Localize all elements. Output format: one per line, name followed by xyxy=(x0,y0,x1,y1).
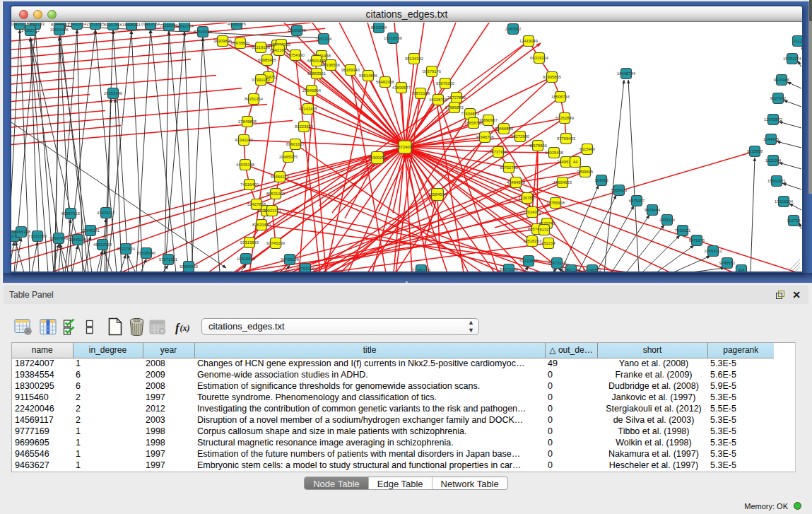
svg-text:1621064: 1621064 xyxy=(765,158,782,163)
svg-text:71012269: 71012269 xyxy=(28,234,47,238)
svg-text:10801326: 10801326 xyxy=(562,268,580,271)
svg-text:17016504: 17016504 xyxy=(775,199,794,204)
svg-text:18506716: 18506716 xyxy=(551,95,570,99)
svg-text:1112: 1112 xyxy=(794,39,802,43)
svg-text:56272980: 56272980 xyxy=(511,134,529,139)
svg-text:79402654: 79402654 xyxy=(68,23,87,26)
svg-text:10025438: 10025438 xyxy=(545,151,563,155)
svg-text:50983930: 50983930 xyxy=(180,264,198,269)
svg-text:23511615: 23511615 xyxy=(86,23,104,26)
svg-text:12419049: 12419049 xyxy=(519,39,538,43)
svg-text:81219136: 81219136 xyxy=(252,45,270,49)
svg-text:83503056: 83503056 xyxy=(194,30,212,34)
svg-text:8471676: 8471676 xyxy=(689,238,705,243)
svg-text:93676320: 93676320 xyxy=(436,81,454,86)
svg-text:9329966: 9329966 xyxy=(774,78,790,82)
svg-text:59407816: 59407816 xyxy=(104,23,122,27)
svg-text:57262849: 57262849 xyxy=(555,116,574,120)
svg-text:62473178: 62473178 xyxy=(548,261,566,265)
svg-text:87769453: 87769453 xyxy=(557,136,575,141)
svg-text:77014363: 77014363 xyxy=(523,210,541,214)
svg-text:9227342: 9227342 xyxy=(770,96,787,100)
svg-text:57986872: 57986872 xyxy=(445,105,464,110)
svg-text:15751074: 15751074 xyxy=(783,57,802,61)
svg-text:29946804: 29946804 xyxy=(302,88,322,93)
svg-text:0899695: 0899695 xyxy=(577,170,594,174)
svg-text:34309805: 34309805 xyxy=(213,39,232,43)
svg-text:05466889: 05466889 xyxy=(495,127,513,131)
svg-text:5958923: 5958923 xyxy=(611,188,628,192)
svg-text:1244415: 1244415 xyxy=(763,137,779,141)
svg-text:27849808: 27849808 xyxy=(238,119,257,124)
svg-text:74016400: 74016400 xyxy=(240,182,259,187)
svg-text:69985435: 69985435 xyxy=(258,58,276,62)
svg-text:16328708: 16328708 xyxy=(429,98,447,102)
svg-text:40196556: 40196556 xyxy=(322,63,340,67)
svg-text:15692971: 15692971 xyxy=(767,179,786,183)
svg-text:56464170: 56464170 xyxy=(271,175,289,179)
svg-text:16648784: 16648784 xyxy=(617,71,636,76)
svg-text:98169340: 98169340 xyxy=(341,68,360,72)
svg-text:77360260: 77360260 xyxy=(412,268,430,271)
svg-text:31727889: 31727889 xyxy=(447,95,466,100)
svg-text:10310518: 10310518 xyxy=(237,257,255,261)
svg-text:164095: 164095 xyxy=(594,178,608,182)
svg-text:8813054: 8813054 xyxy=(371,25,387,30)
svg-text:69901627: 69901627 xyxy=(286,142,305,146)
svg-text:14055712: 14055712 xyxy=(21,28,40,33)
svg-text:63421607: 63421607 xyxy=(270,48,288,52)
svg-text:43039117: 43039117 xyxy=(97,211,114,215)
svg-text:64746872: 64746872 xyxy=(583,268,601,271)
svg-text:44: 44 xyxy=(573,160,578,164)
svg-text:37346706: 37346706 xyxy=(476,135,494,139)
svg-text:30923271: 30923271 xyxy=(263,209,281,213)
svg-text:92832764: 92832764 xyxy=(175,24,194,28)
svg-text:2087682: 2087682 xyxy=(505,27,522,31)
svg-text:19218506: 19218506 xyxy=(384,36,402,40)
svg-text:36690967: 36690967 xyxy=(479,118,498,122)
svg-text:34738299: 34738299 xyxy=(281,257,299,262)
svg-text:7632621: 7632621 xyxy=(675,228,691,233)
svg-text:43699577: 43699577 xyxy=(392,86,411,90)
svg-text:9115460: 9115460 xyxy=(579,147,595,151)
svg-text:03413164: 03413164 xyxy=(141,23,160,26)
svg-text:14737996: 14737996 xyxy=(489,150,507,154)
svg-text:12093872: 12093872 xyxy=(764,117,782,122)
svg-text:47143455: 47143455 xyxy=(299,107,317,111)
svg-text:41241182: 41241182 xyxy=(235,138,252,142)
svg-text:2935114: 2935114 xyxy=(659,218,676,222)
svg-text:33754330: 33754330 xyxy=(286,53,305,57)
svg-text:57871331: 57871331 xyxy=(159,257,177,262)
svg-text:56670106: 56670106 xyxy=(500,267,518,271)
svg-text:73872148: 73872148 xyxy=(411,91,430,95)
svg-text:5132: 5132 xyxy=(540,228,549,232)
svg-text:96965328: 96965328 xyxy=(12,230,30,234)
svg-text:82620450: 82620450 xyxy=(252,223,271,227)
svg-text:56482366: 56482366 xyxy=(376,80,394,84)
svg-text:9474444: 9474444 xyxy=(645,208,661,212)
svg-text:00379176: 00379176 xyxy=(423,69,441,74)
svg-text:19654923: 19654923 xyxy=(553,180,572,185)
svg-text:18495931: 18495931 xyxy=(122,23,141,27)
svg-text:26053346: 26053346 xyxy=(104,91,122,95)
svg-text:07991183: 07991183 xyxy=(252,78,269,82)
svg-text:53315869: 53315869 xyxy=(240,240,259,245)
svg-text:95134332: 95134332 xyxy=(405,57,423,61)
svg-text:15584534: 15584534 xyxy=(428,192,447,197)
svg-text:924: 924 xyxy=(738,268,745,271)
svg-text:9245652: 9245652 xyxy=(719,261,736,265)
svg-text:84251354: 84251354 xyxy=(245,97,264,101)
svg-text:81223623: 81223623 xyxy=(295,124,313,129)
svg-text:73763116: 73763116 xyxy=(296,267,314,271)
svg-text:66319314: 66319314 xyxy=(530,56,549,60)
svg-text:16033809: 16033809 xyxy=(288,28,306,33)
svg-text:18300295: 18300295 xyxy=(368,156,387,160)
svg-text:44935348: 44935348 xyxy=(236,163,254,167)
svg-text:31367837: 31367837 xyxy=(518,196,536,200)
svg-text:20691406: 20691406 xyxy=(50,28,69,32)
svg-text:48932528: 48932528 xyxy=(93,243,112,247)
svg-text:7357224: 7357224 xyxy=(316,37,332,41)
svg-text:20465375: 20465375 xyxy=(279,155,298,159)
svg-text:80531003: 80531003 xyxy=(266,192,285,196)
svg-text:93745299: 93745299 xyxy=(266,241,285,245)
